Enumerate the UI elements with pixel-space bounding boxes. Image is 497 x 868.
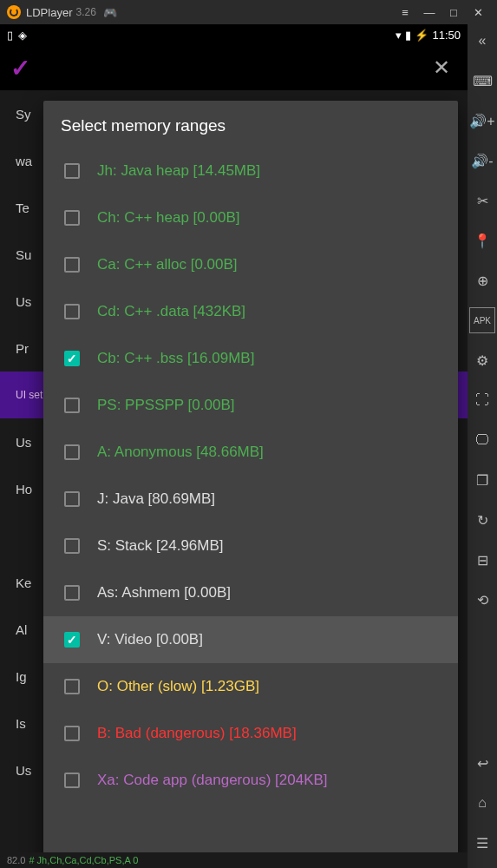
battery-icon: ▮ (405, 29, 411, 42)
collapse-icon[interactable]: « (469, 28, 495, 54)
scissors-icon[interactable]: ✂ (469, 187, 495, 214)
memory-range-checkbox[interactable] (64, 398, 80, 413)
memory-range-label: Ch: C++ heap [0.00B] (97, 209, 239, 227)
emulator-titlebar: LDPlayer 3.26 🎮 ≡ — □ ✕ (0, 0, 497, 24)
memory-range-item[interactable]: Jh: Java heap [14.45MB] (43, 148, 458, 194)
memory-range-item[interactable]: A: Anonymous [48.66MB] (43, 429, 458, 476)
emulator-sidebar: « ⌨ 🔊+ 🔊- ✂ 📍 ⊕ APK ⚙ ⛶ 🖵 ❐ ↻ ⊟ ⟲ ↩ ⌂ ☰ (468, 24, 497, 868)
memory-range-checkbox[interactable] (64, 679, 80, 694)
memory-range-label: J: Java [80.69MB] (97, 490, 215, 508)
memory-range-label: PS: PPSSPP [0.00B] (97, 397, 234, 414)
maximize-icon[interactable]: □ (441, 0, 466, 24)
memory-range-checkbox[interactable] (64, 257, 80, 273)
fullscreen-icon[interactable]: ⛶ (469, 387, 495, 413)
memory-range-item[interactable]: As: Ashmem [0.00B] (43, 569, 458, 616)
memory-range-label: Cb: C++ .bss [16.09MB] (97, 350, 254, 367)
app-name: LDPlayer (26, 6, 72, 19)
memory-range-item[interactable]: O: Other (slow) [1.23GB] (43, 663, 458, 710)
memory-ranges-list: Jh: Java heap [14.45MB]Ch: C++ heap [0.0… (43, 148, 458, 833)
memory-range-checkbox[interactable] (64, 304, 80, 319)
close-icon[interactable]: ✕ (433, 56, 457, 80)
memory-range-label: A: Anonymous [48.66MB] (97, 444, 264, 461)
keyboard-icon[interactable]: ⌨ (469, 68, 495, 94)
device-icon: ▯ (7, 29, 13, 42)
footer-bar: 82.0 # Jh,Ch,Ca,Cd,Cb,PS,A 0 (0, 852, 468, 868)
memory-range-checkbox[interactable] (64, 351, 80, 366)
footer-ranges: # Jh,Ch,Ca,Cd,Cb,PS,A 0 (29, 855, 138, 865)
footer-value: 82.0 (7, 855, 25, 865)
location-icon[interactable]: 📍 (469, 227, 495, 253)
memory-range-item[interactable]: Ca: C++ alloc [0.00B] (43, 241, 458, 288)
memory-range-item[interactable]: V: Video [0.00B] (43, 616, 458, 663)
wifi-icon: ▾ (396, 29, 402, 42)
folder-icon[interactable]: ⊟ (469, 547, 495, 573)
memory-range-label: B: Bad (dangerous) [18.36MB] (97, 725, 297, 742)
app-icon: ◈ (18, 29, 27, 42)
memory-range-label: Jh: Java heap [14.45MB] (97, 162, 260, 180)
charging-icon: ⚡ (415, 29, 428, 42)
memory-range-checkbox[interactable] (64, 491, 80, 507)
memory-range-label: As: Ashmem [0.00B] (97, 584, 231, 602)
app-version: 3.26 (75, 6, 95, 18)
rotate-icon[interactable]: ⟲ (469, 587, 495, 613)
memory-range-label: O: Other (slow) [1.23GB] (97, 678, 259, 695)
memory-range-label: Cd: C++ .data [432KB] (97, 303, 245, 320)
memory-range-label: V: Video [0.00B] (97, 631, 203, 648)
minimize-icon[interactable]: — (417, 0, 441, 24)
memory-range-checkbox[interactable] (64, 163, 80, 179)
clock: 11:50 (432, 29, 461, 42)
memory-range-label: S: Stack [24.96MB] (97, 537, 224, 555)
close-window-icon[interactable]: ✕ (466, 0, 490, 24)
memory-range-item[interactable]: Xa: Code app (dangerous) [204KB] (43, 757, 458, 804)
memory-range-checkbox[interactable] (64, 585, 80, 601)
dialog-title: Select memory ranges (43, 101, 458, 148)
controller-icon[interactable]: 🎮 (103, 6, 117, 19)
memory-range-item[interactable]: Cd: C++ .data [432KB] (43, 288, 458, 335)
checkmark-icon[interactable]: ✓ (10, 54, 30, 82)
memory-range-checkbox[interactable] (64, 773, 80, 788)
memory-range-label: Xa: Code app (dangerous) [204KB] (97, 772, 328, 789)
memory-range-checkbox[interactable] (64, 210, 80, 226)
apk-icon[interactable]: APK (469, 307, 495, 333)
memory-range-item[interactable]: Cb: C++ .bss [16.09MB] (43, 335, 458, 382)
memory-range-checkbox[interactable] (64, 726, 80, 741)
settings-icon[interactable]: ⚙ (469, 347, 495, 373)
android-status-bar: ▯ ◈ ▾ ▮ ⚡ 11:50 (0, 24, 468, 45)
memory-range-item[interactable]: B: Bad (dangerous) [18.36MB] (43, 710, 458, 757)
recents-icon[interactable]: ☰ (469, 830, 495, 856)
add-icon[interactable]: ⊕ (469, 267, 495, 293)
sync-icon[interactable]: ↻ (469, 507, 495, 533)
memory-range-item[interactable]: PS: PPSSPP [0.00B] (43, 382, 458, 429)
memory-range-checkbox[interactable] (64, 538, 80, 554)
menu-icon[interactable]: ≡ (393, 0, 417, 24)
memory-range-label: Ca: C++ alloc [0.00B] (97, 256, 238, 273)
volume-down-icon[interactable]: 🔊- (469, 148, 495, 174)
memory-ranges-dialog: Select memory ranges Jh: Java heap [14.4… (43, 101, 458, 868)
memory-range-item[interactable]: J: Java [80.69MB] (43, 476, 458, 523)
volume-up-icon[interactable]: 🔊+ (469, 108, 495, 134)
memory-range-checkbox[interactable] (64, 444, 80, 460)
home-icon[interactable]: ⌂ (469, 790, 495, 816)
ldplayer-logo-icon (7, 5, 21, 19)
back-icon[interactable]: ↩ (469, 750, 495, 776)
monitor-icon[interactable]: 🖵 (469, 427, 495, 453)
multi-window-icon[interactable]: ❐ (469, 467, 495, 493)
memory-range-item[interactable]: Ch: C++ heap [0.00B] (43, 194, 458, 241)
memory-range-item[interactable]: S: Stack [24.96MB] (43, 523, 458, 569)
memory-range-checkbox[interactable] (64, 632, 80, 648)
app-header: ✓ ✕ (0, 45, 468, 90)
